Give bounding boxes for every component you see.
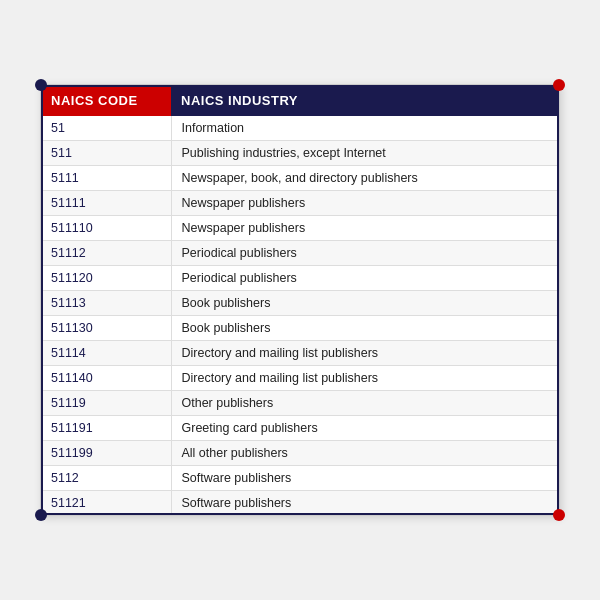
table-row: 51112Periodical publishers (41, 241, 559, 266)
naics-industry-cell: Book publishers (171, 291, 559, 316)
naics-table-card: NAICS CODE NAICS INDUSTRY 51Information5… (40, 84, 560, 516)
naics-industry-cell: Newspaper publishers (171, 216, 559, 241)
dot-top-left (35, 79, 47, 91)
table-row: 511130Book publishers (41, 316, 559, 341)
table-row: 51114Directory and mailing list publishe… (41, 341, 559, 366)
naics-code-cell: 51112 (41, 241, 171, 266)
border-bottom (41, 513, 559, 515)
naics-code-cell: 511130 (41, 316, 171, 341)
table-row: 5111Newspaper, book, and directory publi… (41, 166, 559, 191)
naics-code-cell: 51121 (41, 491, 171, 516)
naics-code-cell: 51113 (41, 291, 171, 316)
naics-industry-cell: Software publishers (171, 466, 559, 491)
naics-industry-cell: Software publishers (171, 491, 559, 516)
naics-industry-cell: Periodical publishers (171, 266, 559, 291)
table-row: 51119Other publishers (41, 391, 559, 416)
naics-industry-cell: Information (171, 116, 559, 141)
table-row: 511120Periodical publishers (41, 266, 559, 291)
naics-code-cell: 51114 (41, 341, 171, 366)
border-right (557, 85, 559, 515)
col-header-code: NAICS CODE (41, 85, 171, 116)
border-top (41, 85, 559, 87)
naics-table: NAICS CODE NAICS INDUSTRY 51Information5… (41, 85, 559, 515)
table-header-row: NAICS CODE NAICS INDUSTRY (41, 85, 559, 116)
naics-code-cell: 5112 (41, 466, 171, 491)
naics-code-cell: 511199 (41, 441, 171, 466)
naics-industry-cell: Directory and mailing list publishers (171, 366, 559, 391)
naics-code-cell: 51119 (41, 391, 171, 416)
naics-code-cell: 5111 (41, 166, 171, 191)
naics-industry-cell: Publishing industries, except Internet (171, 141, 559, 166)
naics-industry-cell: Other publishers (171, 391, 559, 416)
naics-industry-cell: All other publishers (171, 441, 559, 466)
naics-code-cell: 51111 (41, 191, 171, 216)
table-row: 511199All other publishers (41, 441, 559, 466)
dot-bottom-left (35, 509, 47, 521)
naics-industry-cell: Greeting card publishers (171, 416, 559, 441)
naics-code-cell: 511140 (41, 366, 171, 391)
naics-industry-cell: Book publishers (171, 316, 559, 341)
table-row: 511140Directory and mailing list publish… (41, 366, 559, 391)
table-row: 5112Software publishers (41, 466, 559, 491)
naics-code-cell: 511120 (41, 266, 171, 291)
naics-industry-cell: Newspaper publishers (171, 191, 559, 216)
dot-top-right (553, 79, 565, 91)
naics-code-cell: 511191 (41, 416, 171, 441)
naics-code-cell: 511 (41, 141, 171, 166)
border-left (41, 85, 43, 515)
table-row: 511Publishing industries, except Interne… (41, 141, 559, 166)
table-row: 511110Newspaper publishers (41, 216, 559, 241)
table-row: 511191Greeting card publishers (41, 416, 559, 441)
naics-code-cell: 51 (41, 116, 171, 141)
table-row: 51113Book publishers (41, 291, 559, 316)
naics-industry-cell: Periodical publishers (171, 241, 559, 266)
table-row: 51111Newspaper publishers (41, 191, 559, 216)
naics-industry-cell: Directory and mailing list publishers (171, 341, 559, 366)
table-row: 51Information (41, 116, 559, 141)
naics-code-cell: 511110 (41, 216, 171, 241)
table-row: 51121Software publishers (41, 491, 559, 516)
naics-industry-cell: Newspaper, book, and directory publisher… (171, 166, 559, 191)
dot-bottom-right (553, 509, 565, 521)
col-header-industry: NAICS INDUSTRY (171, 85, 559, 116)
